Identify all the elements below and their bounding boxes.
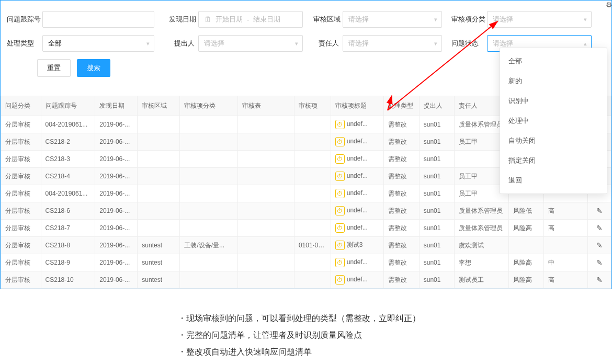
cell: CS218-8 bbox=[41, 237, 95, 254]
cell: suntest bbox=[138, 254, 180, 271]
submitter-select[interactable]: 请选择 ▾ bbox=[198, 35, 303, 52]
cell: 分层审核 bbox=[1, 254, 41, 271]
label-submitter: 提出人 bbox=[174, 39, 198, 48]
audit-cat-select[interactable]: 请选择 ▾ bbox=[487, 11, 592, 28]
cell: 2019-06-... bbox=[95, 202, 138, 220]
cell bbox=[237, 254, 294, 271]
cell: 2019-06-... bbox=[95, 185, 138, 202]
cell bbox=[237, 220, 294, 237]
cell: 需整改 bbox=[384, 168, 420, 185]
status-option[interactable]: 新的 bbox=[500, 71, 607, 91]
table-row[interactable]: 分层审核CS218-102019-06-...suntest⏱undef...需… bbox=[1, 271, 611, 289]
cell bbox=[180, 168, 237, 185]
cell: sun01 bbox=[419, 133, 455, 151]
cell bbox=[180, 116, 237, 133]
edit-icon[interactable]: ✎ bbox=[592, 276, 607, 284]
edit-icon[interactable]: ✎ bbox=[592, 258, 607, 267]
cell bbox=[294, 185, 331, 202]
clock-icon: ⏱ bbox=[335, 241, 345, 250]
col-header: 问题跟踪号 bbox=[41, 96, 95, 116]
col-header: 提出人 bbox=[419, 96, 455, 116]
cell: ✎ bbox=[587, 237, 611, 254]
col-header: 审核项标题 bbox=[331, 96, 383, 116]
cell: 2019-06-... bbox=[95, 237, 138, 254]
status-dropdown: 全部 新的 识别中 处理中 自动关闭 指定关闭 退回 bbox=[500, 48, 607, 194]
cell: sun01 bbox=[419, 237, 455, 254]
search-button[interactable]: 搜索 bbox=[77, 59, 110, 77]
clock-icon: ⏱ bbox=[335, 223, 345, 233]
audit-area-select[interactable]: 请选择 ▾ bbox=[343, 11, 442, 28]
cell bbox=[294, 116, 331, 133]
cell: 需整改 bbox=[384, 133, 420, 151]
cell: 2019-06-... bbox=[95, 116, 138, 133]
edit-icon[interactable]: ✎ bbox=[592, 224, 607, 232]
cell bbox=[544, 237, 587, 254]
cell: CS218-2 bbox=[41, 133, 95, 151]
cell: 需整改 bbox=[384, 151, 420, 168]
cell: suntest bbox=[138, 237, 180, 254]
chevron-up-icon: ▴ bbox=[584, 40, 587, 47]
cell bbox=[180, 271, 237, 289]
cell: ⏱undef... bbox=[331, 133, 383, 151]
cell bbox=[237, 185, 294, 202]
table-row[interactable]: 分层审核CS218-82019-06-...suntest工装/设备/量...0… bbox=[1, 237, 611, 254]
status-option[interactable]: 自动关闭 bbox=[500, 131, 607, 151]
cell bbox=[180, 254, 237, 271]
cell: 分层审核 bbox=[1, 151, 41, 168]
table-row[interactable]: 分层审核CS218-92019-06-...suntest⏱undef...需整… bbox=[1, 254, 611, 271]
cell bbox=[180, 220, 237, 237]
cell: ⏱undef... bbox=[331, 254, 383, 271]
tracking-no-input[interactable] bbox=[42, 11, 154, 28]
cell bbox=[138, 185, 180, 202]
cell: sun01 bbox=[419, 185, 455, 202]
cell: 分层审核 bbox=[1, 237, 41, 254]
status-option[interactable]: 退回 bbox=[500, 170, 607, 190]
edit-icon[interactable]: ✎ bbox=[592, 207, 607, 215]
cell: 分层审核 bbox=[1, 116, 41, 133]
table-row[interactable]: 分层审核CS218-72019-06-...⏱undef...需整改sun01质… bbox=[1, 220, 611, 237]
cell bbox=[508, 237, 544, 254]
cell: 高 bbox=[544, 220, 587, 237]
cell bbox=[294, 254, 331, 271]
reset-button[interactable]: 重置 bbox=[37, 59, 71, 77]
cell bbox=[237, 116, 294, 133]
footnote: ・整改项自动进入快速响应问题清单 bbox=[178, 344, 612, 360]
owner-select[interactable]: 请选择 ▾ bbox=[343, 35, 442, 52]
cell bbox=[237, 168, 294, 185]
cell: 需整改 bbox=[384, 237, 420, 254]
cell: 质量体系管理员 bbox=[455, 220, 509, 237]
status-option[interactable]: 全部 bbox=[500, 51, 607, 71]
status-option[interactable]: 处理中 bbox=[500, 111, 607, 131]
date-start-ph: 开始日期 bbox=[216, 15, 243, 24]
col-header: 审核表 bbox=[237, 96, 294, 116]
cell: 测试员工 bbox=[455, 271, 509, 289]
cell: ⏱undef... bbox=[331, 220, 383, 237]
cell: 分层审核 bbox=[1, 185, 41, 202]
cell: 需整改 bbox=[384, 220, 420, 237]
cell: 需整改 bbox=[384, 254, 420, 271]
clock-icon: ⏱ bbox=[335, 275, 345, 285]
col-header: 审核项 bbox=[294, 96, 331, 116]
handle-type-select[interactable]: 全部 ▾ bbox=[42, 35, 154, 52]
footnote: ・完整的问题清单，让管理者及时识别质量风险点 bbox=[178, 327, 612, 344]
cell bbox=[237, 237, 294, 254]
col-header: 审核项分类 bbox=[180, 96, 237, 116]
status-option[interactable]: 识别中 bbox=[500, 91, 607, 111]
chevron-down-icon: ▾ bbox=[295, 40, 298, 47]
label-found-date: 发现日期 bbox=[169, 15, 198, 24]
cell: ⏱undef... bbox=[331, 116, 383, 133]
date-sep: - bbox=[247, 16, 249, 24]
gear-icon[interactable]: ⚙ bbox=[606, 1, 612, 9]
cell bbox=[180, 185, 237, 202]
cell: sun01 bbox=[419, 116, 455, 133]
date-range-picker[interactable]: 🗓 开始日期 - 结束日期 bbox=[198, 11, 303, 28]
cell: 风险高 bbox=[508, 254, 544, 271]
cell: 0101-000... bbox=[294, 237, 331, 254]
cell: sun01 bbox=[419, 254, 455, 271]
cell: 需整改 bbox=[384, 202, 420, 220]
cell: sun01 bbox=[419, 202, 455, 220]
cell bbox=[237, 271, 294, 289]
edit-icon[interactable]: ✎ bbox=[592, 241, 607, 249]
table-row[interactable]: 分层审核CS218-62019-06-...⏱undef...需整改sun01质… bbox=[1, 202, 611, 220]
status-option[interactable]: 指定关闭 bbox=[500, 151, 607, 170]
